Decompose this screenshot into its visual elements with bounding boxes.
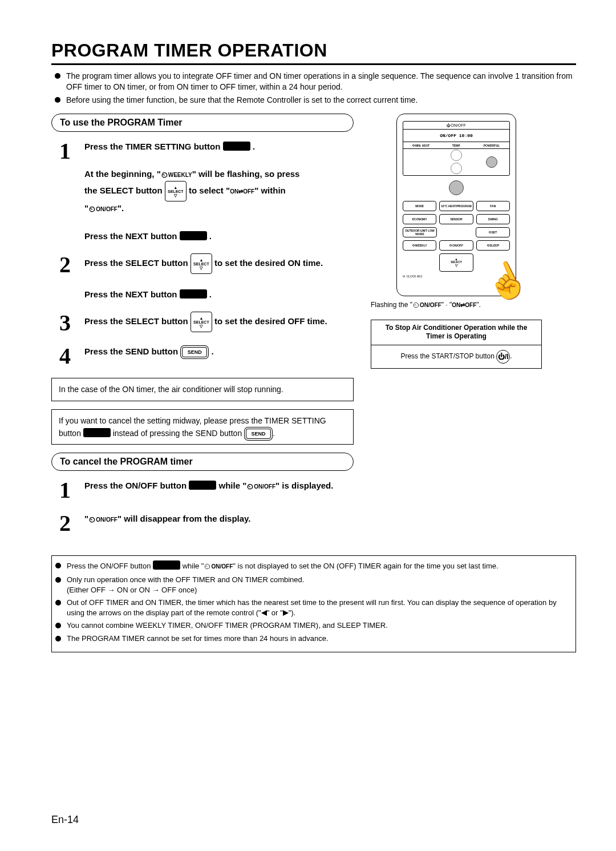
n3c: "). [289,608,296,617]
step2-t1: Press the SELECT button [84,258,191,268]
weekly-label: WEEKLY [168,172,192,178]
blank [440,227,473,237]
fn2: ON/OFF [420,302,441,308]
swing-button: SWING [476,214,510,224]
clock-icon: ⏲ [246,482,254,491]
fn1: Flashing the " [371,301,412,309]
step2-next: Press the NEXT button [84,289,180,299]
select-button-icon: ▲SELECT▽ [191,253,212,274]
note-2: Only run operation once with the OFF TIM… [67,575,304,595]
step-number: 1 [59,140,84,163]
sleep-button: ⏲SLEEP [476,240,510,251]
select-button-icon: ▲SELECT▽ [191,312,212,332]
arrow-left-icon [261,610,267,616]
note-5: The PROGRAM TIMER cannot be set for time… [67,634,329,644]
onoff-label: ON/OFF [254,483,275,490]
next-button-icon [180,289,207,299]
timer-setting-button-icon [223,142,250,151]
note-on-timer-stops: In the case of the ON timer, the air con… [51,378,354,401]
step-1: 1 Press the TIMER SETTING button . At th… [59,140,354,244]
bullet-icon [55,73,60,79]
remote-lcd: ⏻ON/OFF ON/OFF 10:00 ⏲MIN. HEAT TEMP. PO… [403,121,510,176]
step1-next: Press the NEXT button [84,231,180,241]
bottom-notes-box: Press the ON/OFF button while "⏲ON/OFF" … [51,555,576,652]
n2: Only run operation once with the OFF TIM… [67,575,304,584]
c1d: " is displayed. [275,481,333,490]
send-label: SEND [252,431,266,437]
intro-block: The program timer allows you to integrat… [51,71,576,106]
page-title: PROGRAM TIMER OPERATION [51,40,576,61]
onoff-label: ON/OFF [96,206,117,212]
step1-t5: " within [254,185,286,195]
select-button-icon: ▲ SELECT ▽ [165,181,187,201]
lcd-label-temp: TEMP. [439,142,474,148]
step-3: 3 Press the SELECT button ▲SELECT▽ to se… [59,312,354,334]
bullet-icon [55,623,61,628]
stop-box-header: To Stop Air Conditioner Operation while … [371,320,541,345]
clock-adj-label: ⏲ CLOCK ADJ [403,275,436,278]
cancel-step-2: 2 "⏲ON/OFF" will disappear from the disp… [59,512,354,535]
step1-t: At the beginning, " [84,169,161,179]
step1-line1: Press the TIMER SETTING button [84,142,223,151]
arrow-right-icon [283,610,289,616]
step2-t2: to set the desired ON time. [214,258,323,268]
send-button-icon: SEND [246,429,271,439]
bullet-icon [55,636,61,642]
program-button: 10°C HEAT/PROGRAM [439,201,473,211]
lcd-time-display: ON/OFF 10:00 [403,130,509,142]
onoff-label: ON/OFF [211,563,233,570]
mode-button: MODE [403,201,436,211]
res-label: RES [476,275,510,278]
cancel-step-1: 1 Press the ON/OFF button while "⏲ON/OFF… [59,479,354,502]
power-button-icon: ⏻/I [496,350,510,364]
n1d: " is not displayed to set the ON (OFF) T… [233,562,498,570]
step3-t1: Press the SELECT button [84,316,191,326]
send-button-icon: SEND [182,347,207,357]
economy-button: ECONOMY [403,214,436,224]
page-number: En-14 [51,814,79,826]
clock-icon: ⏲ [88,205,96,213]
n1b: while " [183,562,204,570]
note-3: Out of OFF TIMER and ON TIMER, the timer… [67,598,569,618]
remote-illustration: ⏻ON/OFF ON/OFF 10:00 ⏲MIN. HEAT TEMP. PO… [371,114,542,369]
onoff-button-icon [153,560,180,570]
step4-t1: Press the SEND button [84,346,180,356]
title-underline [51,63,576,65]
fan-button: FAN [476,201,510,211]
sensor-button: SENSOR [439,214,473,224]
step-number: 4 [59,345,84,368]
bullet-icon [55,563,61,568]
n3a: Out of OFF TIMER and ON TIMER, the timer… [67,598,557,617]
weekly-button: ⏲WEEKLY [403,240,436,251]
note2b: instead of pressing the SEND button [113,429,244,438]
fn3: " · " [441,301,452,309]
onoff-glyph: ON⇄OFF [452,302,476,308]
stop-operation-box: To Stop Air Conditioner Operation while … [371,320,542,369]
step1-t3: the SELECT button [84,185,165,195]
temp-down-button [451,163,462,174]
clock-icon: ⏲ [161,171,168,179]
step-2: 2 Press the SELECT button ▲SELECT▽ to se… [59,253,354,301]
n1a: Press the ON/OFF button [67,562,153,570]
step-4: 4 Press the SEND button SEND . [59,345,354,368]
step1-t2: " will be ﬂashing, so press [192,169,300,179]
bullet-icon [55,97,60,103]
step1-t4: to select " [189,185,230,195]
c1a: Press the ON/OFF button [84,481,189,490]
step-number: 2 [59,253,84,276]
set-button: ⏲SET [476,227,510,237]
n2sub: (Either OFF → ON or ON → OFF once) [67,586,197,594]
start-stop-button [449,180,464,195]
step3-t2: to set the desired OFF time. [214,316,327,326]
clock-icon: ⏲ [88,515,96,524]
lownoise-button: OUTDOOR UNIT LOW NOISE [403,227,437,237]
fn4: ". [476,301,481,309]
timer-setting-button-icon [83,428,111,437]
temp-up-button [451,150,462,161]
select-button-label: SELECT [193,262,209,266]
onoff-button-icon [189,481,216,490]
intro-text-2: Before using the timer function, be sure… [66,95,418,106]
c2c: " will disappear from the display. [117,514,251,523]
select-button-label: SELECT [193,320,209,324]
note-4: You cannot combine WEEKLY TIMER, ON/OFF … [67,620,388,631]
